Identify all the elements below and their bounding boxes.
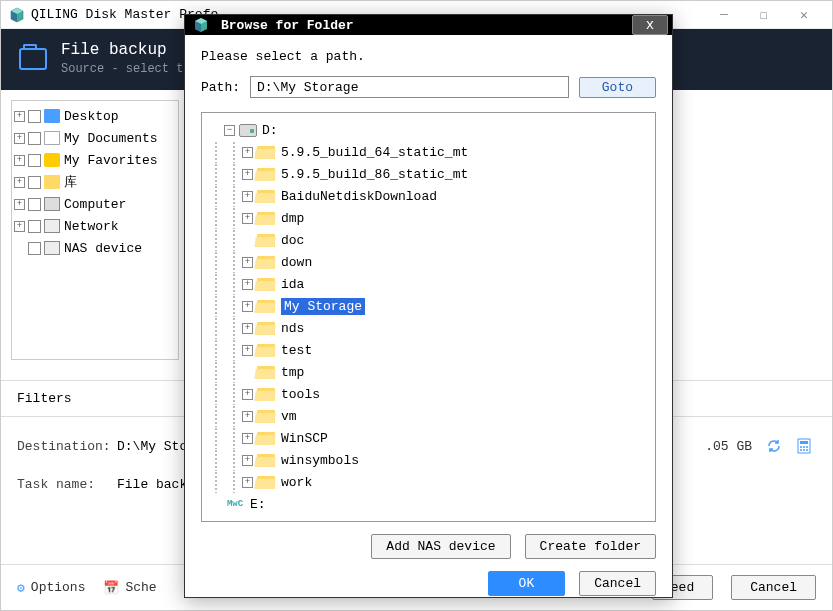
folder-label: dmp bbox=[281, 211, 304, 226]
dialog-cancel-button[interactable]: Cancel bbox=[579, 571, 656, 596]
folder-icon bbox=[257, 168, 275, 181]
folder-icon bbox=[257, 410, 275, 423]
folder-tree-row[interactable]: −D: bbox=[206, 119, 651, 141]
net-icon bbox=[44, 219, 60, 233]
folder-tree[interactable]: −D:+5.9.5_build_64_static_mt+5.9.5_build… bbox=[201, 112, 656, 522]
folder-tree-row[interactable]: +My Storage bbox=[206, 295, 651, 317]
path-label: Path: bbox=[201, 80, 240, 95]
checkbox[interactable] bbox=[28, 176, 41, 189]
folder-tree-row[interactable]: +vm bbox=[206, 405, 651, 427]
folder-tree-row[interactable]: +5.9.5_build_64_static_mt bbox=[206, 141, 651, 163]
folder-tree-row[interactable]: doc bbox=[206, 229, 651, 251]
folder-icon bbox=[257, 476, 275, 489]
expand-icon[interactable]: + bbox=[242, 279, 253, 290]
expand-icon[interactable]: + bbox=[242, 301, 253, 312]
source-tree-item[interactable]: +Network bbox=[14, 215, 176, 237]
path-input[interactable] bbox=[250, 76, 569, 98]
checkbox[interactable] bbox=[28, 132, 41, 145]
expand-icon[interactable]: + bbox=[242, 411, 253, 422]
folder-tree-row[interactable]: MwCE: bbox=[206, 493, 651, 515]
svg-point-3 bbox=[803, 446, 805, 448]
expand-icon[interactable]: + bbox=[242, 477, 253, 488]
expand-icon[interactable]: + bbox=[242, 257, 253, 268]
folder-icon bbox=[257, 190, 275, 203]
folder-label: tmp bbox=[281, 365, 304, 380]
folder-icon bbox=[44, 175, 60, 189]
expand-icon[interactable]: + bbox=[242, 191, 253, 202]
scheme-button[interactable]: 📅 Sche bbox=[103, 580, 156, 596]
expand-icon[interactable]: + bbox=[242, 169, 253, 180]
folder-tree-row[interactable]: +work bbox=[206, 471, 651, 493]
source-tree: +Desktop+My Documents+My Favorites+库+Com… bbox=[11, 100, 179, 360]
page-title: File backup bbox=[61, 41, 191, 59]
folder-label: 5.9.5_build_86_static_mt bbox=[281, 167, 468, 182]
folder-tree-row[interactable]: +tools bbox=[206, 383, 651, 405]
folder-tree-row[interactable]: +test bbox=[206, 339, 651, 361]
calculator-icon[interactable] bbox=[796, 438, 812, 454]
expand-icon[interactable]: + bbox=[14, 199, 25, 210]
checkbox[interactable] bbox=[28, 220, 41, 233]
task-name-label: Task name: bbox=[17, 477, 117, 492]
minimize-button[interactable]: — bbox=[704, 3, 744, 27]
folder-icon bbox=[257, 234, 275, 247]
svg-point-4 bbox=[806, 446, 808, 448]
source-tree-item[interactable]: NAS device bbox=[14, 237, 176, 259]
checkbox[interactable] bbox=[28, 198, 41, 211]
folder-label: vm bbox=[281, 409, 297, 424]
source-tree-item[interactable]: +My Favorites bbox=[14, 149, 176, 171]
source-tree-item[interactable]: +库 bbox=[14, 171, 176, 193]
expand-icon[interactable] bbox=[242, 367, 253, 378]
folder-tree-row[interactable]: +dmp bbox=[206, 207, 651, 229]
folder-tree-row[interactable]: +WinSCP bbox=[206, 427, 651, 449]
folder-tree-row[interactable]: +nds bbox=[206, 317, 651, 339]
checkbox[interactable] bbox=[28, 242, 41, 255]
folder-tree-row[interactable]: +ida bbox=[206, 273, 651, 295]
options-button[interactable]: ⚙ Options bbox=[17, 580, 85, 596]
folder-icon bbox=[257, 388, 275, 401]
expand-icon[interactable] bbox=[14, 243, 25, 254]
refresh-icon[interactable] bbox=[766, 438, 782, 454]
folder-tree-row[interactable]: +winsymbols bbox=[206, 449, 651, 471]
expand-icon[interactable]: + bbox=[242, 323, 253, 334]
tree-item-label: NAS device bbox=[64, 241, 142, 256]
expand-icon[interactable]: + bbox=[14, 111, 25, 122]
expand-icon[interactable] bbox=[242, 235, 253, 246]
expand-icon[interactable]: + bbox=[242, 213, 253, 224]
expand-icon[interactable]: − bbox=[224, 125, 235, 136]
expand-icon[interactable]: + bbox=[242, 345, 253, 356]
browse-folder-dialog: Browse for Folder x Please select a path… bbox=[184, 14, 673, 598]
folder-icon bbox=[257, 432, 275, 445]
tree-item-label: 库 bbox=[64, 173, 77, 191]
folder-label: WinSCP bbox=[281, 431, 328, 446]
checkbox[interactable] bbox=[28, 154, 41, 167]
dialog-close-button[interactable]: x bbox=[632, 15, 668, 35]
source-tree-item[interactable]: +My Documents bbox=[14, 127, 176, 149]
folder-label: down bbox=[281, 255, 312, 270]
folder-tree-row[interactable]: +down bbox=[206, 251, 651, 273]
window-close-button[interactable]: ✕ bbox=[784, 3, 824, 27]
source-tree-item[interactable]: +Desktop bbox=[14, 105, 176, 127]
folder-tree-row[interactable]: +BaiduNetdiskDownload bbox=[206, 185, 651, 207]
expand-icon[interactable]: + bbox=[242, 455, 253, 466]
create-folder-button[interactable]: Create folder bbox=[525, 534, 656, 559]
destination-label: Destination: bbox=[17, 439, 117, 454]
source-tree-item[interactable]: +Computer bbox=[14, 193, 176, 215]
file-backup-icon bbox=[19, 48, 47, 70]
ok-button[interactable]: OK bbox=[488, 571, 566, 596]
expand-icon[interactable]: + bbox=[14, 177, 25, 188]
folder-icon bbox=[257, 322, 275, 335]
checkbox[interactable] bbox=[28, 110, 41, 123]
expand-icon[interactable]: + bbox=[14, 133, 25, 144]
expand-icon[interactable]: + bbox=[242, 147, 253, 158]
folder-tree-row[interactable]: tmp bbox=[206, 361, 651, 383]
maximize-button[interactable]: ☐ bbox=[744, 3, 784, 27]
main-cancel-button[interactable]: Cancel bbox=[731, 575, 816, 600]
expand-icon[interactable]: + bbox=[14, 155, 25, 166]
add-nas-button[interactable]: Add NAS device bbox=[371, 534, 510, 559]
expand-icon[interactable]: + bbox=[14, 221, 25, 232]
expand-icon[interactable]: + bbox=[242, 433, 253, 444]
goto-button[interactable]: Goto bbox=[579, 77, 656, 98]
expand-icon[interactable]: + bbox=[242, 389, 253, 400]
folder-tree-row[interactable]: +5.9.5_build_86_static_mt bbox=[206, 163, 651, 185]
dialog-prompt: Please select a path. bbox=[201, 49, 656, 64]
